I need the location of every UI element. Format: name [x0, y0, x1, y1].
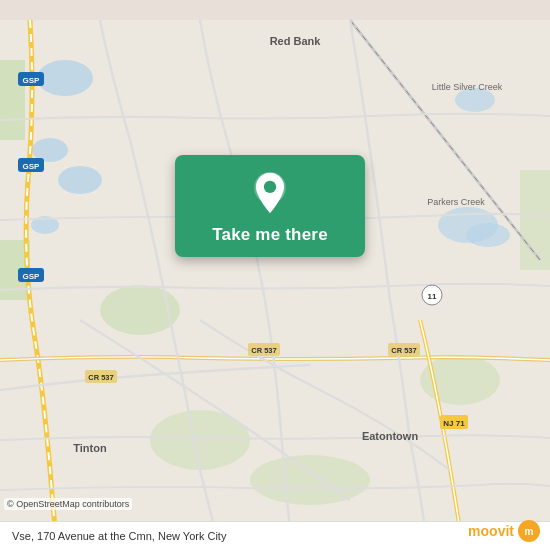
svg-point-7: [466, 223, 510, 247]
take-me-there-button[interactable]: Take me there: [212, 225, 328, 245]
svg-text:GSP: GSP: [23, 76, 41, 85]
svg-text:Parkers Creek: Parkers Creek: [427, 197, 485, 207]
svg-text:11: 11: [428, 292, 437, 301]
svg-text:CR 537: CR 537: [251, 346, 276, 355]
moovit-logo: moovit m: [468, 520, 540, 542]
map-background: GSP GSP GSP CR 537 CR 537 CR 537 11 NJ 7…: [0, 0, 550, 550]
svg-text:CR 537: CR 537: [391, 346, 416, 355]
svg-point-37: [264, 181, 276, 193]
svg-text:GSP: GSP: [23, 272, 41, 281]
svg-text:Eatontown: Eatontown: [362, 430, 418, 442]
svg-point-1: [37, 60, 93, 96]
svg-text:Tinton: Tinton: [73, 442, 107, 454]
svg-text:Little Silver Creek: Little Silver Creek: [432, 82, 503, 92]
moovit-dot: m: [518, 520, 540, 542]
moovit-text: moovit: [468, 523, 514, 539]
cta-card: Take me there: [175, 155, 365, 257]
location-pin-icon: [248, 171, 292, 215]
svg-text:NJ 71: NJ 71: [443, 419, 465, 428]
svg-point-3: [58, 166, 102, 194]
svg-text:GSP: GSP: [23, 162, 41, 171]
location-label: Vse, 170 Avenue at the Cmn, New York Cit…: [12, 530, 226, 542]
copyright-text: © OpenStreetMap contributors: [4, 498, 132, 510]
svg-text:Red Bank: Red Bank: [270, 35, 322, 47]
svg-text:CR 537: CR 537: [88, 373, 113, 382]
map-container: GSP GSP GSP CR 537 CR 537 CR 537 11 NJ 7…: [0, 0, 550, 550]
bottom-bar: Vse, 170 Avenue at the Cmn, New York Cit…: [0, 521, 550, 550]
svg-point-12: [250, 455, 370, 505]
svg-text:m: m: [525, 526, 534, 537]
